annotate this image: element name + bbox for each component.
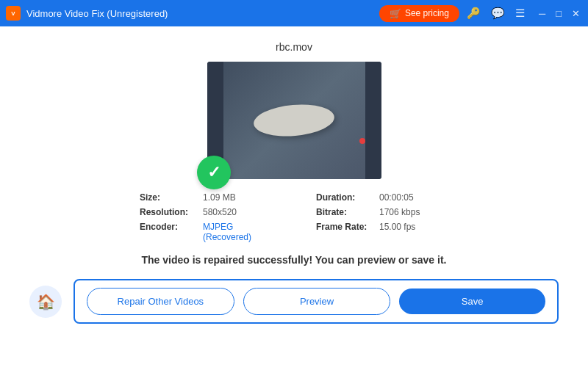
size-row: Size: 1.09 MB [140,192,272,203]
video-preview-shape [252,101,335,139]
minimize-button[interactable]: ─ [537,8,548,19]
encoder-label: Encoder: [140,222,198,232]
svg-text:V: V [11,10,15,17]
chat-icon[interactable]: 💬 [488,5,508,21]
bottom-actions: 🏠 Repair Other Videos Preview Save [0,279,588,324]
duration-label: Duration: [316,192,375,203]
repair-other-videos-button[interactable]: Repair Other Videos [87,288,234,315]
video-thumbnail: ✓ [207,62,381,179]
key-icon[interactable]: 🔑 [464,5,484,21]
app-logo: V [6,6,21,21]
framerate-row: Frame Rate: 15.00 fps [316,222,448,242]
checkmark-icon: ✓ [207,164,220,181]
red-indicator [359,138,365,144]
encoder-value: MJPEG (Recovered) [203,222,272,242]
framerate-value: 15.00 fps [379,222,415,232]
cart-icon: 🛒 [390,8,401,19]
success-message: The video is repaired successfully! You … [142,254,447,266]
home-button[interactable]: 🏠 [29,286,62,318]
maximize-button[interactable]: □ [553,8,564,19]
size-value: 1.09 MB [203,192,236,203]
framerate-label: Frame Rate: [316,222,375,232]
resolution-label: Resolution: [140,207,198,217]
home-icon: 🏠 [37,293,55,311]
window-controls: ─ □ ✕ [537,8,582,19]
resolution-value: 580x520 [203,207,237,217]
duration-value: 00:00:05 [379,192,414,203]
video-info-grid: Size: 1.09 MB Duration: 00:00:05 Resolut… [140,192,448,242]
see-pricing-button[interactable]: 🛒 See pricing [379,5,459,22]
success-badge: ✓ [197,156,231,189]
encoder-row: Encoder: MJPEG (Recovered) [140,222,272,242]
duration-row: Duration: 00:00:05 [316,192,448,203]
bitrate-value: 1706 kbps [379,207,420,217]
bitrate-label: Bitrate: [316,207,375,217]
close-button[interactable]: ✕ [570,8,582,19]
bitrate-row: Bitrate: 1706 kbps [316,207,448,217]
save-button[interactable]: Save [399,289,545,314]
title-bar-left: V Vidmore Video Fix (Unregistered) [6,6,168,21]
title-bar-right: 🛒 See pricing 🔑 💬 ☰ ─ □ ✕ [379,5,582,22]
app-title: Vidmore Video Fix (Unregistered) [26,8,168,19]
resolution-row: Resolution: 580x520 [140,207,272,217]
title-bar: V Vidmore Video Fix (Unregistered) 🛒 See… [0,0,588,26]
menu-icon[interactable]: ☰ [512,5,528,21]
size-label: Size: [140,192,198,203]
action-box: Repair Other Videos Preview Save [74,279,559,324]
main-content: rbc.mov ✓ Size: 1.09 MB Duration: 00:00:… [0,26,588,381]
video-inner [207,62,381,179]
pricing-label: See pricing [405,8,449,18]
video-filename: rbc.mov [276,41,312,53]
preview-button[interactable]: Preview [243,288,391,315]
